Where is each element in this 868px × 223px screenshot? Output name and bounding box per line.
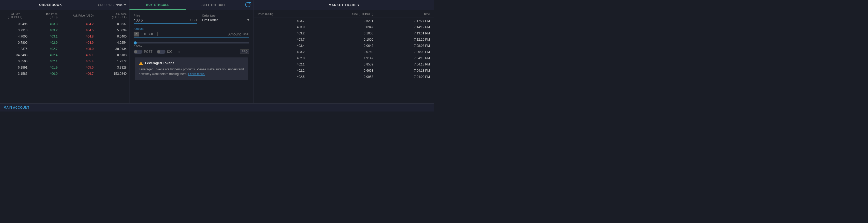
orderbook-panel: ORDERBOOK GROUPING None Bid Size(ETHBULL… <box>0 0 129 103</box>
list-item: 402.2 0.6693 7:04:13 PM <box>254 67 434 74</box>
table-row: 0.7800 402.9 404.9 4.9254 <box>0 40 129 46</box>
trade-time: 7:04:13 PM <box>377 67 434 74</box>
market-trades-table: Price (USD) Size (ETHBULL) Time 403.7 0.… <box>254 10 434 80</box>
ask-size: 1.2372 <box>96 58 129 64</box>
warning-icon <box>139 61 143 65</box>
ask-size: 0.6188 <box>96 52 129 58</box>
col-bid-price: Bid Price(USD) <box>30 10 60 21</box>
ask-size: 153.0840 <box>96 71 129 77</box>
col-price-usd: Price (USD) <box>254 10 309 18</box>
col-time: Time <box>377 10 434 18</box>
price-label: Price <box>134 14 197 17</box>
order-type-value: Limit order <box>202 18 247 22</box>
price-currency: USD <box>190 19 197 22</box>
market-trades-title: MARKET TRADES <box>258 3 430 7</box>
price-input[interactable] <box>134 18 190 22</box>
ask-size: 38.0134 <box>96 46 129 52</box>
orderbook-header: ORDERBOOK GROUPING None <box>0 0 129 10</box>
buy-tab[interactable]: BUY ETHBULL <box>129 1 186 10</box>
trade-size: 0.6693 <box>309 67 377 74</box>
amount-label: Amount <box>134 27 249 30</box>
learn-more-link[interactable]: Learn more. <box>188 72 205 76</box>
price-ordertype-row: Price USD Order type Limit order <box>134 14 249 24</box>
table-row: 0.8500 402.1 405.4 1.2372 <box>0 58 129 64</box>
trade-size: 5.8559 <box>309 61 377 67</box>
bid-size: 6.1891 <box>0 64 30 71</box>
price-input-row: USD <box>134 18 197 24</box>
warning-title: Leveraged Tokens <box>145 61 174 65</box>
bid-price: 402.9 <box>30 40 60 46</box>
ask-price: 404.5 <box>60 27 96 33</box>
bid-size: 0.0496 <box>0 21 30 27</box>
ask-price: 404.8 <box>60 33 96 40</box>
table-row: 3.7310 403.2 404.5 5.5094 <box>0 27 129 33</box>
ethbull-currency-btn[interactable]: ETHBULL <box>142 32 155 36</box>
trade-size: 0.5291 <box>309 18 377 24</box>
trade-tabs: BUY ETHBULL SELL ETHBULL <box>129 0 253 10</box>
list-item: 403.2 0.1000 7:13:31 PM <box>254 30 434 36</box>
footer: MAIN ACCOUNT <box>0 103 434 112</box>
list-item: 403.7 0.5291 7:17:27 PM <box>254 18 434 24</box>
order-type-select[interactable]: Limit order <box>202 18 249 23</box>
ask-price: 405.1 <box>60 52 96 58</box>
slider-percent: 0.00% <box>134 45 249 48</box>
trade-time: 7:08:08 PM <box>377 43 434 49</box>
bid-size: 0.8500 <box>0 58 30 64</box>
trade-price: 402.2 <box>254 67 309 74</box>
trade-time: 7:04:13 PM <box>377 55 434 61</box>
orderbook-title: ORDERBOOK <box>3 3 98 7</box>
ask-price: 405.4 <box>60 58 96 64</box>
amount-slider[interactable] <box>134 42 249 43</box>
main-account-label: MAIN ACCOUNT <box>4 106 30 109</box>
refresh-button[interactable] <box>242 2 253 8</box>
bid-size: 4.7000 <box>0 33 30 40</box>
ioc-toggle-item: IOC <box>157 50 173 54</box>
ask-size: 0.0337 <box>96 21 129 27</box>
trade-size: 0.0947 <box>309 24 377 30</box>
bid-price: 403.3 <box>30 21 60 27</box>
trade-price: 403.4 <box>254 43 309 49</box>
trade-time: 7:04:09 PM <box>377 74 434 80</box>
grouping-control[interactable]: GROUPING None <box>98 3 126 6</box>
warning-popup: Leveraged Tokens Leveraged Tokens are hi… <box>135 57 248 80</box>
list-item: 402.0 1.9147 7:04:13 PM <box>254 55 434 61</box>
bid-price: 402.7 <box>30 46 60 52</box>
calculator-icon[interactable]: ⊞ <box>177 50 180 54</box>
amount-icon: ⊟ <box>134 32 139 36</box>
ask-price: 406.7 <box>60 71 96 77</box>
ask-size: 0.5400 <box>96 33 129 40</box>
ask-price: 404.9 <box>60 40 96 46</box>
post-toggle[interactable] <box>134 50 143 54</box>
order-type-chevron-icon <box>247 20 249 21</box>
trade-size: 0.0953 <box>309 74 377 80</box>
bid-price: 401.9 <box>30 64 60 71</box>
pro-button[interactable]: PRO <box>240 50 249 54</box>
bid-price: 402.1 <box>30 58 60 64</box>
trade-time: 7:13:31 PM <box>377 30 434 36</box>
post-toggle-item: POST <box>134 50 153 54</box>
market-trades-header: MARKET TRADES <box>254 0 434 10</box>
warning-body: Leveraged Tokens are high-risk products.… <box>139 67 244 76</box>
market-trades-panel: MARKET TRADES Price (USD) Size (ETHBULL)… <box>254 0 434 103</box>
table-row: 34.5488 402.4 405.1 0.6188 <box>0 52 129 58</box>
trade-size: 0.1000 <box>309 36 377 43</box>
list-item: 403.2 0.0760 7:05:08 PM <box>254 49 434 55</box>
trade-size: 0.0760 <box>309 49 377 55</box>
ioc-label: IOC <box>167 50 173 54</box>
amount-input[interactable] <box>160 32 241 36</box>
orderbook-table: Bid Size(ETHBULL) Bid Price(USD) Ask Pri… <box>0 10 129 77</box>
ioc-toggle[interactable] <box>157 50 165 54</box>
bid-price: 403.1 <box>30 33 60 40</box>
ask-price: 405.0 <box>60 46 96 52</box>
trade-size: 0.1000 <box>309 30 377 36</box>
trade-size: 0.0642 <box>309 43 377 49</box>
col-ask-size: Ask Size(ETHBULL) <box>96 10 129 21</box>
table-row: 6.1891 401.9 405.5 3.3328 <box>0 64 129 71</box>
chevron-down-icon <box>124 4 126 6</box>
post-label: POST <box>144 50 153 54</box>
amount-usd-label: USD <box>243 32 249 36</box>
grouping-label: GROUPING <box>98 3 114 6</box>
trade-size: 1.9147 <box>309 55 377 61</box>
trade-price: 403.9 <box>254 24 309 30</box>
sell-tab[interactable]: SELL ETHBULL <box>186 1 242 9</box>
